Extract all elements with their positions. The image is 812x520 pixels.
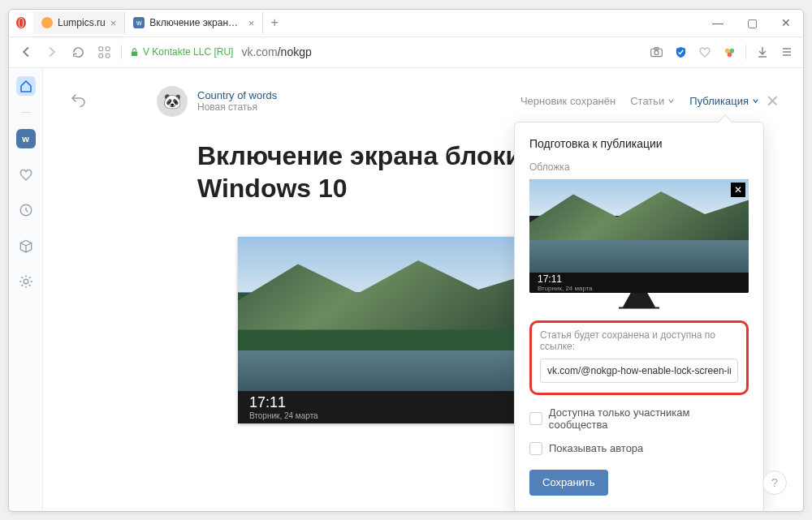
- window-close[interactable]: ✕: [769, 9, 803, 37]
- remove-cover-button[interactable]: ✕: [731, 183, 745, 197]
- cover-preview[interactable]: 17:11Вторник, 24 марта ✕: [529, 179, 749, 293]
- extension-icon[interactable]: [721, 44, 737, 60]
- url-display[interactable]: vk.com/nokgp: [241, 45, 311, 58]
- url-hint: Статья будет сохранена и доступна по ссы…: [540, 329, 738, 352]
- checkbox-icon: [529, 412, 542, 425]
- svg-rect-5: [98, 54, 102, 58]
- lumpics-favicon: [41, 17, 53, 28]
- svg-rect-7: [132, 51, 137, 56]
- publish-menu[interactable]: Публикация: [689, 95, 759, 107]
- svg-point-11: [724, 48, 729, 53]
- tab-lumpics[interactable]: Lumpics.ru ×: [33, 11, 125, 34]
- vk-sidebar-icon[interactable]: w: [16, 129, 36, 148]
- svg-point-9: [654, 50, 658, 54]
- svg-rect-4: [106, 46, 110, 50]
- heart-icon[interactable]: [697, 44, 713, 60]
- articles-menu[interactable]: Статьи: [630, 95, 675, 107]
- lock-time: 17:11: [249, 394, 538, 411]
- svg-point-12: [729, 48, 734, 53]
- settings-sidebar-icon[interactable]: [16, 272, 36, 291]
- nav-back[interactable]: [17, 43, 35, 61]
- checkbox-icon: [529, 442, 542, 455]
- help-button[interactable]: ?: [762, 471, 787, 495]
- home-icon[interactable]: [16, 76, 36, 96]
- ssl-owner: V Kontakte LLC [RU]: [143, 46, 233, 58]
- window-maximize[interactable]: ▢: [735, 9, 769, 37]
- box-sidebar-icon[interactable]: [16, 236, 36, 256]
- ssl-badge[interactable]: V Kontakte LLC [RU]: [130, 46, 233, 58]
- nav-forward: [43, 43, 61, 61]
- chevron-down-icon: [667, 97, 675, 105]
- tab-label: Включение экрана блоки…: [149, 17, 243, 28]
- author-name[interactable]: Country of words: [197, 89, 277, 101]
- members-only-checkbox[interactable]: Доступна только участникам сообщества: [529, 406, 749, 431]
- easy-setup-icon[interactable]: [779, 44, 795, 60]
- cover-label: Обложка: [529, 161, 749, 173]
- show-author-checkbox[interactable]: Показывать автора: [529, 442, 749, 455]
- editor-close-button[interactable]: ×: [767, 88, 779, 114]
- svg-rect-3: [98, 46, 102, 50]
- address-bar: V Kontakte LLC [RU] vk.com/nokgp: [9, 37, 803, 68]
- editor-header: 🐼 Country of words Новая статья Черновик…: [43, 68, 803, 117]
- window-titlebar: Lumpics.ru × w Включение экрана блоки… ×…: [9, 10, 803, 37]
- speed-dial-icon[interactable]: [95, 43, 113, 61]
- tab-label: Lumpics.ru: [58, 17, 106, 28]
- opera-menu-icon[interactable]: [9, 16, 33, 29]
- shield-icon[interactable]: [672, 44, 689, 60]
- history-sidebar-icon[interactable]: [16, 200, 36, 220]
- nav-reload[interactable]: [69, 43, 87, 61]
- undo-button[interactable]: [67, 88, 90, 111]
- article-url-input[interactable]: [540, 359, 738, 383]
- new-tab-button[interactable]: +: [263, 11, 286, 34]
- snapshot-icon[interactable]: [648, 44, 664, 60]
- svg-point-13: [727, 52, 732, 57]
- tab-vk-active[interactable]: w Включение экрана блоки… ×: [125, 11, 263, 34]
- lock-date: Вторник, 24 марта: [249, 411, 538, 420]
- lock-icon: [130, 48, 139, 57]
- popover-title: Подготовка к публикации: [529, 137, 749, 150]
- publish-popover: Подготовка к публикации Обложка 17:11Вто…: [514, 122, 764, 511]
- save-button[interactable]: Сохранить: [529, 470, 608, 496]
- close-icon[interactable]: ×: [248, 17, 255, 29]
- highlight-callout: Статья будет сохранена и доступна по ссы…: [529, 320, 749, 395]
- window-minimize[interactable]: —: [701, 9, 735, 37]
- svg-point-15: [24, 279, 28, 284]
- download-icon[interactable]: [754, 44, 771, 60]
- vk-favicon: w: [133, 17, 145, 28]
- svg-point-2: [19, 19, 23, 27]
- close-icon[interactable]: ×: [110, 17, 117, 29]
- author-subtitle: Новая статья: [197, 101, 277, 113]
- avatar[interactable]: 🐼: [157, 86, 188, 117]
- autosave-status: Черновик сохранён: [520, 95, 615, 107]
- heart-sidebar-icon[interactable]: [16, 165, 36, 184]
- chevron-down-icon: [752, 97, 759, 105]
- opera-sidebar: w: [9, 68, 43, 511]
- article-image[interactable]: 17:11 Вторник, 24 марта: [238, 237, 538, 423]
- svg-rect-6: [106, 54, 110, 58]
